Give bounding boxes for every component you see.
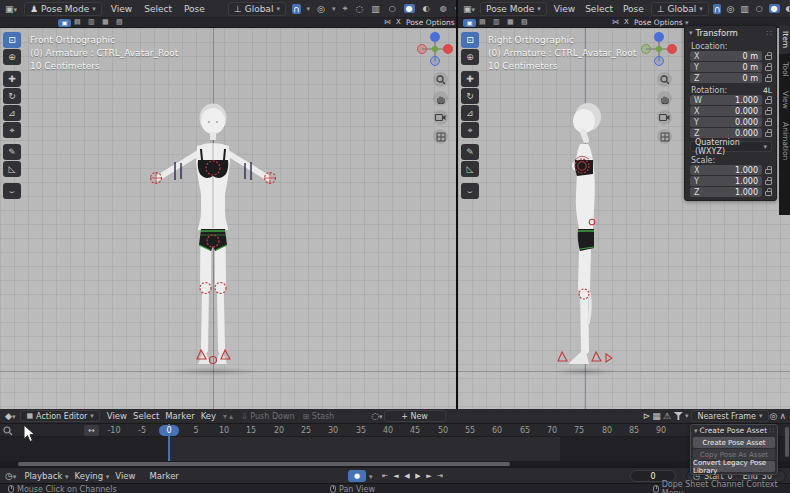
rotation-lock-4l-button[interactable]: 4L xyxy=(763,86,772,95)
menu-key[interactable]: Key xyxy=(198,411,219,421)
lock-icon[interactable] xyxy=(765,121,772,126)
measure-tool-button[interactable]: ◺ xyxy=(3,161,21,177)
transform-tool-button[interactable]: ⌖ xyxy=(3,122,21,138)
rotation-mode-dropdown[interactable]: Quaternion (WXYZ)▾ xyxy=(690,141,772,152)
perspective-toggle-icon[interactable] xyxy=(657,129,672,144)
jump-to-end-button[interactable]: ⇥ xyxy=(435,470,445,482)
shading-material-icon[interactable]: ◐ xyxy=(421,4,432,13)
rotate-tool-button[interactable]: ↻ xyxy=(461,88,479,104)
location-y-field[interactable]: Y0 m xyxy=(690,62,762,72)
jump-to-start-button[interactable]: ⇤ xyxy=(380,470,390,482)
location-x-field[interactable]: X0 m xyxy=(690,51,762,61)
orientation-dropdown[interactable]: ⊥Global▾ xyxy=(651,2,709,16)
editor-type-icon[interactable]: ▣▾ xyxy=(462,4,476,14)
viewport-front-canvas[interactable]: Front Orthographic (0) Armature : CTRL_A… xyxy=(0,28,456,409)
scale-tool-button[interactable]: ⊿ xyxy=(461,105,479,121)
select-mode-icon[interactable]: ▣ xyxy=(58,19,71,27)
snap-magnet-icon[interactable]: ∩ xyxy=(713,4,722,14)
keying-dropdown[interactable]: ▾ xyxy=(369,473,373,481)
navigation-gizmo[interactable] xyxy=(640,30,678,70)
tab-tool[interactable]: Tool xyxy=(779,56,790,83)
transform-tool-button[interactable]: ⌖ xyxy=(461,122,479,138)
pan-hand-icon[interactable] xyxy=(657,91,672,106)
pan-hand-icon[interactable] xyxy=(433,91,448,106)
scale-x-field[interactable]: X1.000 xyxy=(690,165,762,175)
lock-icon[interactable] xyxy=(765,55,772,60)
proportional-editing-icon[interactable]: ◎ xyxy=(316,4,326,14)
menu-view[interactable]: View xyxy=(108,4,135,14)
cursor-tool-button[interactable]: ⊕ xyxy=(3,49,21,65)
shading-wireframe-icon[interactable]: ○ xyxy=(754,4,765,13)
snap-magnet-icon[interactable]: ∩ xyxy=(292,4,301,14)
select-mode-icon[interactable]: ▥ xyxy=(88,18,95,26)
expand-channels-button[interactable]: ↔ xyxy=(84,425,99,436)
rotation-z-field[interactable]: Z0.000 xyxy=(690,128,762,138)
character-front[interactable] xyxy=(148,102,278,374)
editor-type-icon[interactable]: ▣▾ xyxy=(4,4,18,14)
horizontal-scrollbar[interactable] xyxy=(18,462,510,466)
perspective-toggle-icon[interactable] xyxy=(433,129,448,144)
measure-tool-button[interactable]: ◺ xyxy=(461,161,479,177)
show-hidden-icon[interactable]: ▦ xyxy=(651,411,662,421)
rotate-tool-button[interactable]: ↻ xyxy=(3,88,21,104)
zoom-icon[interactable] xyxy=(657,72,672,87)
select-mode-icon[interactable]: ▧ xyxy=(116,18,123,26)
select-mode-icon[interactable]: ▥ xyxy=(493,18,500,26)
channel-search-icon[interactable] xyxy=(3,426,13,436)
camera-view-icon[interactable] xyxy=(657,110,672,125)
select-mode-icon[interactable]: ▤ xyxy=(74,18,81,26)
dope-sheet-editor-icon[interactable]: ◆▾ xyxy=(4,411,16,421)
lock-icon[interactable] xyxy=(765,99,772,104)
tab-view[interactable]: View xyxy=(779,85,790,115)
proportional-editing-icon[interactable]: ◎ xyxy=(725,4,735,14)
shading-rendered-icon[interactable]: ◍ xyxy=(438,4,449,13)
vertical-scrollbar[interactable] xyxy=(785,427,789,457)
proportional-editing-icon[interactable]: ◎ xyxy=(769,411,779,421)
menu-view[interactable]: View xyxy=(112,471,138,481)
tab-animation[interactable]: Animation xyxy=(779,116,790,166)
lock-icon[interactable] xyxy=(765,77,772,82)
timeline-ruler[interactable]: -10 -5 5 10 15 20 25 30 35 40 45 50 55 6… xyxy=(0,424,790,437)
select-mode-icon[interactable]: ▦ xyxy=(507,18,514,26)
pose-breakdowner-tool-button[interactable]: ⌣ xyxy=(461,183,479,199)
create-pose-asset-button[interactable]: Create Pose Asset xyxy=(693,437,775,448)
stash-button[interactable]: ⊞ Stash xyxy=(303,412,335,421)
rotation-x-field[interactable]: X0.000 xyxy=(690,106,762,116)
select-mode-icon[interactable]: ▦ xyxy=(102,18,109,26)
panel-grip[interactable]: ∷ xyxy=(767,28,772,38)
scale-z-field[interactable]: Z1.000 xyxy=(690,187,762,197)
timeline-editor-icon[interactable]: ◷▾ xyxy=(4,471,17,481)
select-mode-icon[interactable]: ▧ xyxy=(521,18,528,26)
pose-breakdowner-tool-button[interactable]: ⌣ xyxy=(3,183,21,199)
cursor-tool-button[interactable]: ⊕ xyxy=(461,49,479,65)
mirror-x-toggle[interactable]: X xyxy=(624,18,629,26)
scale-tool-button[interactable]: ⊿ xyxy=(3,105,21,121)
lock-icon[interactable] xyxy=(765,110,772,115)
select-mode-icon[interactable]: ▤ xyxy=(479,18,486,26)
mirror-icon[interactable]: ⋈ xyxy=(384,18,391,26)
only-selected-icon[interactable]: ⊳ xyxy=(642,411,652,421)
menu-keying[interactable]: Keying ▾ xyxy=(72,471,113,481)
annotate-tool-button[interactable]: ✎ xyxy=(3,144,21,160)
new-action-button[interactable]: + New xyxy=(384,410,446,422)
ghost-icon[interactable]: ◌▾ xyxy=(370,411,383,421)
scale-y-field[interactable]: Y1.000 xyxy=(690,176,762,186)
gizmos-toggle-icon[interactable]: ⌖ xyxy=(341,3,348,14)
lock-icon[interactable] xyxy=(765,132,772,137)
collapse-region-icon[interactable]: ∧ xyxy=(778,411,787,421)
previous-keyframe-button[interactable]: ◄ xyxy=(391,470,401,482)
shading-solid-icon[interactable]: ● xyxy=(404,4,415,13)
lock-icon[interactable] xyxy=(765,66,772,71)
browse-action-down-button[interactable]: ▾ xyxy=(223,412,227,421)
menu-select[interactable]: Select xyxy=(141,4,175,14)
filter-icon[interactable] xyxy=(674,412,683,420)
lock-icon[interactable] xyxy=(765,169,772,174)
convert-legacy-pose-library-button[interactable]: Convert Legacy Pose Library xyxy=(693,461,775,472)
mode-dropdown[interactable]: ♟Pose Mode▾ xyxy=(24,2,102,16)
shading-solid-icon[interactable]: ● xyxy=(769,4,780,13)
play-reverse-button[interactable]: ◀ xyxy=(402,470,412,482)
push-down-button[interactable]: ⇩ Push Down xyxy=(241,412,294,421)
menu-view[interactable]: View xyxy=(104,411,130,421)
menu-pose[interactable]: Pose xyxy=(620,4,647,14)
navigation-gizmo[interactable] xyxy=(416,30,454,70)
